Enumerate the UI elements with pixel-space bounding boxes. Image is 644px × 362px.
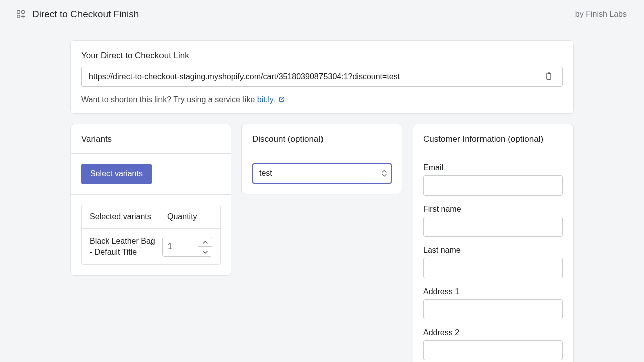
- topbar-left: Direct to Checkout Finish: [16, 9, 139, 20]
- variants-title: Variants: [71, 124, 231, 154]
- variant-name: Black Leather Bag - Default Title: [90, 236, 162, 257]
- email-label: Email: [423, 163, 563, 172]
- checkout-link-input[interactable]: [81, 67, 535, 87]
- bitly-link[interactable]: bit.ly.: [257, 95, 275, 104]
- discount-input[interactable]: [252, 163, 392, 184]
- svg-rect-4: [548, 72, 550, 74]
- apps-icon: [16, 10, 25, 19]
- email-field[interactable]: [423, 175, 563, 196]
- quantity-input[interactable]: [163, 237, 198, 256]
- discount-title: Discount (optional): [242, 124, 402, 153]
- variants-table: Selected variants Quantity Black Leather…: [81, 205, 221, 265]
- copy-link-button[interactable]: [535, 67, 563, 87]
- customer-info-card: Customer Information (optional) Email Fi…: [413, 124, 574, 362]
- variants-head-qty: Quantity: [167, 212, 212, 221]
- address2-label: Address 2: [423, 328, 563, 337]
- last-name-label: Last name: [423, 246, 563, 255]
- checkout-link-row: [81, 67, 563, 87]
- variants-head-name: Selected variants: [90, 212, 167, 221]
- checkout-link-card: Your Direct to Checkout Link Want to sho…: [70, 40, 574, 114]
- quantity-increase-button[interactable]: [198, 237, 212, 247]
- topbar: Direct to Checkout Finish by Finish Labs: [0, 0, 644, 28]
- svg-rect-3: [547, 73, 551, 79]
- app-title: Direct to Checkout Finish: [32, 9, 139, 20]
- chevron-up-icon: [203, 238, 208, 245]
- clipboard-icon: [544, 72, 553, 82]
- last-name-field[interactable]: [423, 258, 563, 278]
- svg-rect-1: [22, 10, 24, 13]
- select-variants-button[interactable]: Select variants: [81, 164, 152, 184]
- columns: Variants Select variants Selected varian…: [70, 124, 574, 362]
- variants-table-head: Selected variants Quantity: [82, 205, 220, 229]
- svg-rect-2: [17, 15, 20, 17]
- quantity-decrease-button[interactable]: [198, 247, 212, 256]
- customer-info-title: Customer Information (optional): [413, 124, 573, 153]
- svg-rect-0: [17, 10, 20, 13]
- table-row: Black Leather Bag - Default Title: [82, 229, 220, 264]
- shorten-hint-text: Want to shorten this link? Try using a s…: [81, 95, 257, 104]
- shorten-hint: Want to shorten this link? Try using a s…: [81, 95, 563, 104]
- address1-field[interactable]: [423, 299, 563, 319]
- variants-card: Variants Select variants Selected varian…: [70, 124, 231, 276]
- discount-card: Discount (optional): [242, 124, 403, 194]
- checkout-link-title: Your Direct to Checkout Link: [81, 51, 563, 61]
- by-line: by Finish Labs: [575, 10, 627, 19]
- first-name-label: First name: [423, 205, 563, 214]
- first-name-field[interactable]: [423, 217, 563, 237]
- external-link-icon: [278, 96, 285, 103]
- address2-field[interactable]: [423, 340, 563, 360]
- quantity-stepper: [162, 237, 212, 257]
- address1-label: Address 1: [423, 287, 563, 296]
- chevron-down-icon: [203, 248, 208, 255]
